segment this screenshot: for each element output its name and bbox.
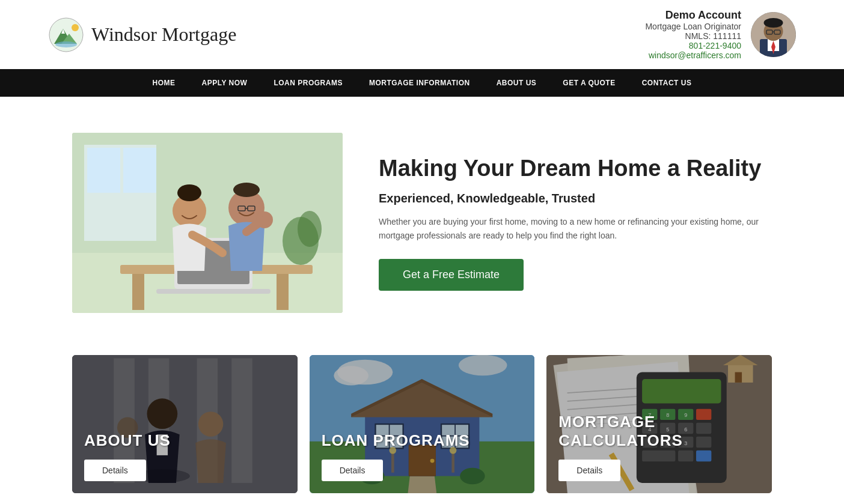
loan-content: LOAN PROGRAMS Details	[310, 355, 535, 493]
nav-loan-programs[interactable]: LOAN PROGRAMS	[260, 69, 356, 97]
calc-details-button[interactable]: Details	[558, 460, 620, 481]
hero-description: Whether you are buying your first home, …	[379, 215, 772, 242]
calc-content: MORTGAGE CALCULATORS Details	[546, 355, 772, 493]
calc-card-title: MORTGAGE CALCULATORS	[558, 413, 760, 460]
header-info: Demo Account Mortgage Loan Originator NM…	[645, 9, 741, 60]
logo-area: Windsor Mortgage	[48, 17, 236, 53]
svg-rect-18	[87, 148, 120, 193]
hero-section: Making Your Dream Home a Reality Experie…	[0, 97, 844, 343]
svg-rect-27	[156, 289, 271, 294]
logo-text: Windsor Mortgage	[91, 23, 236, 46]
main-nav: HOME APPLY NOW LOAN PROGRAMS MORTGAGE IN…	[0, 69, 844, 97]
nav-home[interactable]: HOME	[139, 69, 189, 97]
hero-image	[72, 133, 343, 313]
account-title: Mortgage Loan Originator	[645, 22, 741, 31]
email[interactable]: windsor@etrafficers.com	[645, 50, 741, 60]
account-name: Demo Account	[645, 9, 741, 22]
svg-rect-24	[277, 274, 289, 310]
hero-subtitle: Experienced, Knowledgeable, Trusted	[379, 192, 772, 205]
loan-programs-card[interactable]: LOAN PROGRAMS Details	[310, 355, 535, 493]
cards-section: ABOUT US Details	[0, 343, 844, 504]
cta-button[interactable]: Get a Free Estimate	[379, 259, 524, 291]
about-details-button[interactable]: Details	[84, 460, 146, 481]
nav-contact-us[interactable]: CONTACT US	[629, 69, 705, 97]
svg-point-5	[55, 41, 77, 47]
hero-content: Making Your Dream Home a Reality Experie…	[379, 155, 772, 291]
svg-rect-19	[123, 148, 156, 193]
hero-title: Making Your Dream Home a Reality	[379, 155, 772, 183]
nav-about-us[interactable]: ABOUT US	[483, 69, 550, 97]
svg-point-31	[233, 183, 260, 197]
loan-details-button[interactable]: Details	[322, 460, 384, 481]
header: Windsor Mortgage Demo Account Mortgage L…	[0, 0, 844, 69]
svg-point-29	[177, 184, 201, 201]
header-right: Demo Account Mortgage Loan Originator NM…	[645, 9, 796, 60]
loan-card-title: LOAN PROGRAMS	[322, 431, 523, 460]
nmls: NMLS: 111111	[645, 31, 741, 41]
svg-point-11	[764, 18, 783, 28]
phone[interactable]: 801-221-9400	[645, 41, 741, 50]
about-content: ABOUT US Details	[72, 355, 298, 493]
avatar-image	[751, 12, 796, 57]
mortgage-calc-card[interactable]: 7 8 9 4 5 6 1 2 3 MORTGAGE CA	[546, 355, 772, 493]
nav-mortgage-information[interactable]: MORTGAGE INFORMATION	[356, 69, 483, 97]
logo-icon	[48, 17, 84, 53]
nav-get-a-quote[interactable]: GET A QUOTE	[549, 69, 628, 97]
about-us-card[interactable]: ABOUT US Details	[72, 355, 298, 493]
svg-point-21	[298, 211, 322, 247]
avatar	[751, 12, 796, 57]
about-card-title: ABOUT US	[84, 431, 286, 460]
nav-apply-now[interactable]: APPLY NOW	[189, 69, 261, 97]
svg-rect-23	[132, 274, 144, 310]
svg-point-4	[72, 24, 79, 31]
